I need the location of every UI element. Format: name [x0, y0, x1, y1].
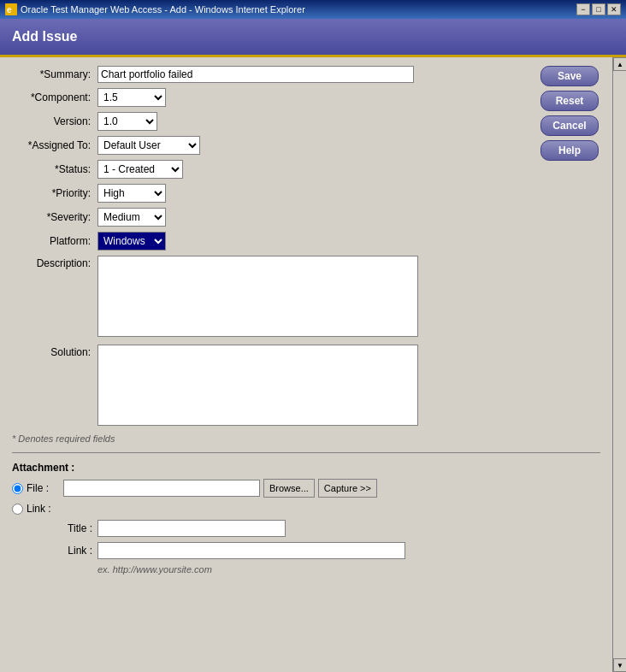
attachment-section: Attachment : File : Browse... Capture >>	[12, 462, 600, 575]
version-select[interactable]: 1.0	[97, 112, 157, 131]
attachment-title: Attachment :	[12, 462, 600, 474]
link-attachment-row: Link :	[12, 503, 600, 515]
assigned-to-select[interactable]: Default User	[97, 136, 200, 155]
file-radio-label[interactable]: File :	[12, 482, 63, 494]
description-label: Description:	[12, 256, 97, 269]
scroll-down-button[interactable]: ▼	[613, 658, 626, 672]
status-select[interactable]: 1 - Created	[97, 160, 183, 179]
form-container: *Summary: *Component: 1.5 Version:	[12, 66, 600, 433]
summary-input[interactable]	[97, 66, 414, 83]
title-field-label: Title :	[63, 522, 97, 534]
description-wrapper	[97, 256, 418, 339]
summary-label: *Summary:	[12, 68, 97, 80]
status-row: *Status: 1 - Created	[12, 160, 532, 179]
priority-select[interactable]: High Low Medium	[97, 184, 166, 203]
right-scrollbar: ▲ ▼	[612, 57, 626, 672]
file-attachment-row: File : Browse... Capture >>	[12, 479, 600, 498]
severity-row: *Severity: Medium High Low	[12, 208, 532, 227]
link-label: Link :	[27, 503, 51, 515]
description-row: Description:	[12, 256, 532, 339]
component-select[interactable]: 1.5	[97, 88, 166, 107]
capture-button[interactable]: Capture >>	[318, 479, 377, 498]
help-button[interactable]: Help	[540, 140, 599, 161]
priority-label: *Priority:	[12, 187, 97, 199]
file-radio[interactable]	[12, 483, 23, 494]
browse-button[interactable]: Browse...	[263, 479, 315, 498]
link-input[interactable]	[97, 542, 405, 559]
title-field-row: Title :	[12, 520, 600, 537]
status-label: *Status:	[12, 163, 97, 175]
link-radio-label[interactable]: Link :	[12, 503, 63, 515]
required-note: * Denotes required fields	[12, 433, 600, 444]
close-button[interactable]: ✕	[607, 3, 621, 15]
scroll-up-button[interactable]: ▲	[613, 57, 626, 71]
severity-select[interactable]: Medium High Low	[97, 208, 166, 227]
assigned-to-row: *Assigned To: Default User	[12, 136, 532, 155]
solution-textarea[interactable]	[97, 345, 418, 426]
solution-wrapper	[97, 345, 418, 428]
minimize-button[interactable]: −	[576, 3, 590, 15]
divider	[12, 452, 600, 453]
platform-select[interactable]: Windows Linux Mac	[97, 232, 166, 251]
link-field-label: Link :	[63, 545, 97, 557]
window-controls: − □ ✕	[576, 3, 621, 15]
reset-button[interactable]: Reset	[540, 91, 599, 111]
window-titlebar: e Oracle Test Manager Web Access - Add -…	[0, 0, 626, 19]
file-label: File :	[27, 482, 49, 494]
version-label: Version:	[12, 115, 97, 127]
save-button[interactable]: Save	[540, 66, 599, 86]
main-window: Add Issue *Summary: *Component:	[0, 19, 626, 672]
description-textarea[interactable]	[97, 256, 418, 337]
scroll-track	[613, 71, 626, 658]
priority-row: *Priority: High Low Medium	[12, 184, 532, 203]
cancel-button[interactable]: Cancel	[540, 115, 599, 136]
form-buttons: Save Reset Cancel Help	[540, 66, 600, 433]
component-label: *Component:	[12, 91, 97, 103]
example-text: ex. http://www.yoursite.com	[97, 564, 600, 575]
form-fields: *Summary: *Component: 1.5 Version:	[12, 66, 532, 433]
platform-label: Platform:	[12, 235, 97, 247]
content-area: *Summary: *Component: 1.5 Version:	[0, 57, 612, 672]
maximize-button[interactable]: □	[592, 3, 605, 15]
severity-label: *Severity:	[12, 211, 97, 223]
solution-row: Solution:	[12, 345, 532, 428]
browser-icon: e	[5, 3, 17, 15]
link-radio[interactable]	[12, 504, 23, 515]
solution-label: Solution:	[12, 345, 97, 358]
component-row: *Component: 1.5	[12, 88, 532, 107]
title-input[interactable]	[97, 520, 286, 537]
page-header: Add Issue	[0, 19, 626, 55]
window-title: Oracle Test Manager Web Access - Add - W…	[21, 4, 305, 15]
page-title: Add Issue	[12, 29, 77, 44]
svg-text:e: e	[7, 5, 12, 15]
version-row: Version: 1.0	[12, 112, 532, 131]
summary-row: *Summary:	[12, 66, 532, 83]
assigned-to-label: *Assigned To:	[12, 139, 97, 151]
file-path-input[interactable]	[63, 480, 260, 497]
platform-row: Platform: Windows Linux Mac	[12, 232, 532, 251]
content-wrapper: *Summary: *Component: 1.5 Version:	[0, 57, 626, 672]
link-field-row: Link :	[12, 542, 600, 559]
